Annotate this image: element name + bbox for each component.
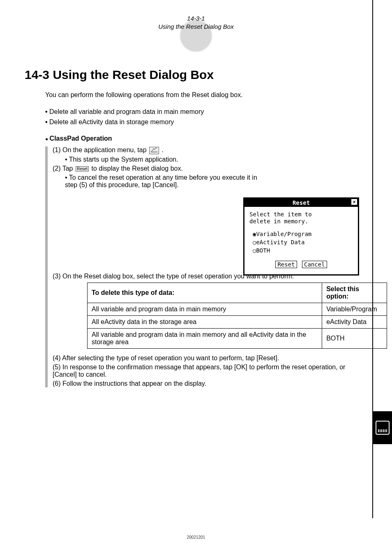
section-title: 14-3 Using the Reset Dialog Box	[25, 68, 367, 82]
calculator-icon	[376, 421, 390, 435]
dialog-message: delete in memory.	[249, 218, 353, 225]
operation-heading: ClassPad Operation	[45, 134, 367, 144]
close-icon[interactable]: ×	[351, 199, 357, 205]
step-6: (6) Follow the instructions that appear …	[53, 380, 367, 387]
system-icon: System	[149, 147, 159, 154]
step-2-sub: To cancel the reset operation at any tim…	[65, 174, 258, 189]
cancel-button[interactable]: Cancel	[302, 261, 327, 268]
step-4: (4) After selecting the type of reset op…	[53, 354, 367, 362]
table-row: All variable and program data in main me…	[88, 328, 387, 348]
intro-text: You can perform the following operations…	[45, 90, 367, 100]
reset-dialog: Reset × Select the item to delete in mem…	[243, 197, 359, 276]
step-1-text: (1) On the application menu, tap	[53, 146, 148, 153]
dialog-title-text: Reset	[293, 199, 310, 206]
dialog-titlebar: Reset ×	[244, 199, 358, 207]
step-1-after: .	[161, 146, 163, 153]
table-row: All variable and program data in main me…	[88, 303, 387, 315]
radio-eactivity[interactable]: eActivity Data	[249, 239, 353, 246]
cell-option: eActivity Data	[322, 315, 387, 328]
cell-option: BOTH	[322, 328, 387, 348]
side-tab	[373, 411, 392, 444]
table-row: All eActivity data in the storage area e…	[88, 315, 387, 328]
step-1-sub: This starts up the System application.	[65, 156, 258, 163]
col-option-header: Select this option:	[322, 283, 387, 303]
table-row: To delete this type of data: Select this…	[88, 283, 387, 303]
cell-delete: All eActivity data in the storage area	[88, 315, 322, 328]
step-1: (1) On the application menu, tap System …	[53, 146, 258, 154]
intro-bullet: Delete all variable and program data in …	[45, 107, 367, 117]
cell-delete: All variable and program data in main me…	[88, 303, 322, 315]
cell-delete: All variable and program data in main me…	[88, 328, 322, 348]
col-delete-header: To delete this type of data:	[88, 283, 322, 303]
footer-number: 20021201	[187, 535, 205, 540]
header-title: Using the Reset Dialog Box	[25, 23, 367, 31]
reset-icon: Reset	[76, 166, 89, 171]
cell-option: Variable/Program	[322, 303, 387, 315]
radio-both[interactable]: BOTH	[249, 247, 353, 254]
dialog-message: Select the item to	[249, 211, 353, 218]
reset-button[interactable]: Reset	[275, 261, 297, 268]
intro-bullet: Delete all eActivity data in storage mem…	[45, 117, 367, 127]
svg-text:System: System	[151, 151, 158, 153]
header-ref: 14-3-1	[25, 14, 367, 23]
step-5: (5) In response to the confirmation mess…	[53, 364, 367, 378]
step-2-after: to display the Reset dialog box.	[92, 165, 183, 172]
step-2: (2) Tap Reset to display the Reset dialo…	[53, 165, 258, 172]
radio-variable-program[interactable]: Variable/Program	[249, 231, 353, 237]
step-2-before: (2) Tap	[53, 165, 75, 172]
reset-options-table: To delete this type of data: Select this…	[87, 283, 387, 349]
